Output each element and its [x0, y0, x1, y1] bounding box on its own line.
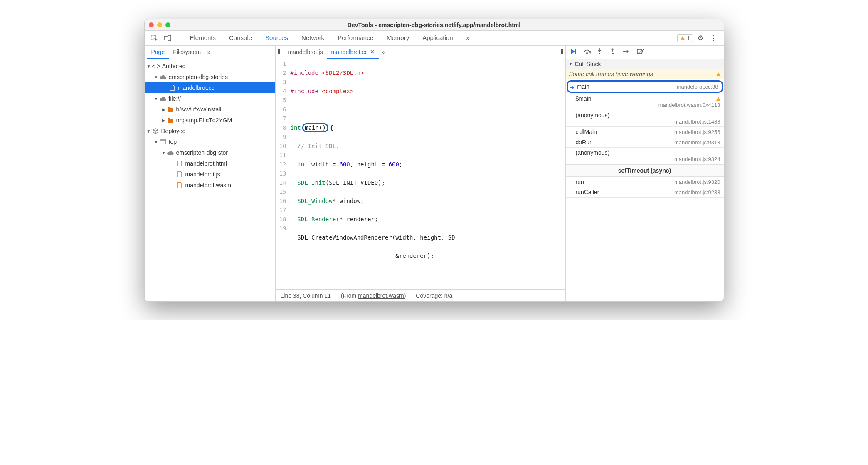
- stack-frame[interactable]: doRun mandelbrot.js:9313: [566, 137, 724, 148]
- tab-memory[interactable]: Memory: [381, 31, 415, 45]
- file-tab-mandelbrot-cc[interactable]: mandelbrot.cc ✕: [327, 46, 379, 59]
- tabs-overflow[interactable]: »: [461, 31, 476, 45]
- callstack-warning: Some call frames have warnings: [566, 69, 724, 79]
- source-from-link[interactable]: mandelbrot.wasm: [358, 292, 404, 299]
- debug-controls: [566, 46, 724, 59]
- navigator-tab-page[interactable]: Page: [147, 46, 169, 59]
- navigator-panel: Page Filesystem » ⋮ ▼ < > Authored ▼ ems…: [145, 46, 276, 301]
- more-menu-icon[interactable]: ⋮: [708, 32, 720, 44]
- device-toolbar-icon[interactable]: [162, 32, 174, 44]
- disclosure-triangle-icon: ▼: [161, 151, 166, 155]
- titlebar: DevTools - emscripten-dbg-stories.netlif…: [145, 19, 724, 31]
- stack-frame[interactable]: run mandelbrot.js:9320: [566, 177, 724, 187]
- tree-file-mandelbrot-cc[interactable]: mandelbrot.cc: [145, 82, 275, 93]
- close-window-button[interactable]: [149, 22, 154, 27]
- tree-file-html[interactable]: mandelbrot.html: [145, 158, 275, 169]
- svg-rect-2: [168, 35, 171, 41]
- settings-icon[interactable]: ⚙: [695, 32, 706, 44]
- source-from: (From mandelbrot.wasm): [341, 292, 406, 299]
- stack-frame[interactable]: (anonymous) mandelbrot.js:9324: [566, 148, 724, 164]
- editor-status-bar: Line 38, Column 11 (From mandelbrot.wasm…: [276, 289, 565, 301]
- code-editor[interactable]: 12345678910111213141516171819 #include <…: [276, 59, 565, 289]
- cube-icon: [152, 128, 159, 134]
- step-icon[interactable]: [623, 49, 631, 56]
- tab-application[interactable]: Application: [417, 31, 459, 45]
- tree-deployed[interactable]: ▼ Deployed: [145, 126, 275, 136]
- stack-frame[interactable]: runCaller mandelbrot.js:9233: [566, 187, 724, 198]
- svg-rect-3: [160, 139, 166, 144]
- tree-origin-file[interactable]: ▼ file://: [145, 93, 275, 104]
- step-out-icon[interactable]: [610, 48, 617, 56]
- resume-icon[interactable]: [570, 48, 577, 56]
- show-navigator-icon[interactable]: [278, 49, 284, 56]
- deactivate-breakpoints-icon[interactable]: [636, 49, 644, 56]
- warning-icon: [680, 36, 685, 40]
- devtools-window: DevTools - emscripten-dbg-stories.netlif…: [144, 19, 724, 302]
- cloud-icon: [167, 149, 174, 156]
- step-over-icon[interactable]: [583, 49, 591, 56]
- cursor-position: Line 38, Column 11: [281, 292, 331, 299]
- file-tab-mandelbrot-js[interactable]: mandelbrot.js: [284, 46, 327, 59]
- navigator-tabs: Page Filesystem » ⋮: [145, 46, 275, 59]
- disclosure-triangle-icon: ▼: [146, 64, 151, 69]
- close-tab-icon[interactable]: ✕: [370, 49, 375, 55]
- navigator-more-icon[interactable]: ⋮: [259, 48, 273, 56]
- navigator-tabs-overflow[interactable]: »: [205, 46, 213, 59]
- tab-console[interactable]: Console: [223, 31, 258, 45]
- disclosure-triangle-icon: ▶: [161, 107, 166, 112]
- tree-folder-tmp[interactable]: ▶ tmp/tmp.ELcTq2YGM: [145, 115, 275, 126]
- tab-network[interactable]: Network: [296, 31, 330, 45]
- file-icon: [176, 160, 183, 167]
- disclosure-triangle-icon: ▼: [154, 75, 159, 79]
- maximize-window-button[interactable]: [165, 22, 170, 27]
- file-icon: [176, 182, 183, 188]
- callstack-header[interactable]: ▼ Call Stack: [566, 59, 724, 69]
- warning-badge[interactable]: 1: [677, 34, 693, 42]
- svg-line-14: [637, 49, 644, 54]
- disclosure-triangle-icon: ▼: [154, 140, 159, 144]
- cloud-icon: [160, 74, 166, 80]
- inspect-element-icon[interactable]: [149, 32, 160, 44]
- debugger-panel: ▼ Call Stack Some call frames have warni…: [566, 46, 724, 301]
- window-title: DevTools - emscripten-dbg-stories.netlif…: [348, 22, 520, 28]
- svg-rect-6: [278, 49, 280, 54]
- disclosure-triangle-icon: ▶: [161, 118, 166, 123]
- tree-origin2[interactable]: ▼ emscripten-dbg-stor: [145, 147, 275, 158]
- stack-frame[interactable]: callMain mandelbrot.js:9256: [566, 127, 724, 137]
- show-debugger-icon[interactable]: [557, 49, 563, 56]
- folder-icon: [167, 117, 174, 124]
- tree-folder-install[interactable]: ▶ b/s/w/ir/x/w/install: [145, 104, 275, 115]
- folder-icon: [167, 106, 174, 113]
- svg-point-12: [612, 53, 614, 54]
- navigator-tab-filesystem[interactable]: Filesystem: [169, 46, 205, 59]
- disclosure-triangle-icon: ▼: [146, 129, 151, 134]
- tree-top[interactable]: ▼ top: [145, 136, 275, 147]
- svg-rect-9: [575, 49, 576, 54]
- file-tabs-overflow[interactable]: »: [379, 46, 387, 59]
- warning-icon: [716, 72, 720, 76]
- async-boundary: setTimeout (async): [566, 164, 724, 177]
- code-content: #include <SDL2/SDL.h> #include <complex>…: [291, 59, 565, 289]
- tree-origin-emscripten[interactable]: ▼ emscripten-dbg-stories: [145, 72, 275, 82]
- current-frame-arrow-icon: ➔: [570, 84, 575, 91]
- file-tabs: mandelbrot.js mandelbrot.cc ✕ »: [276, 46, 565, 59]
- warning-icon: [716, 97, 720, 101]
- stack-frame[interactable]: $main mandelbrot.wasm:0x4118: [566, 94, 724, 110]
- callstack-list: ➔ main mandelbrot.cc:38 $main mandelbrot…: [566, 79, 724, 301]
- file-icon: [169, 84, 175, 91]
- stack-frame[interactable]: ➔ main mandelbrot.cc:38: [567, 80, 723, 93]
- tab-sources[interactable]: Sources: [259, 31, 294, 45]
- step-into-icon[interactable]: [597, 48, 604, 56]
- minimize-window-button[interactable]: [157, 22, 162, 27]
- tab-performance[interactable]: Performance: [332, 31, 379, 45]
- tab-elements[interactable]: Elements: [184, 31, 222, 45]
- stack-frame[interactable]: (anonymous) mandelbrot.js:1488: [566, 110, 724, 127]
- tree-file-js[interactable]: mandelbrot.js: [145, 169, 275, 180]
- tree-authored[interactable]: ▼ < > Authored: [145, 61, 275, 72]
- svg-point-11: [599, 53, 600, 54]
- file-icon: [176, 171, 183, 178]
- cloud-icon: [160, 95, 166, 102]
- panel-tabs: Elements Console Sources Network Perform…: [145, 31, 724, 46]
- tree-file-wasm[interactable]: mandelbrot.wasm: [145, 180, 275, 190]
- editor-panel: mandelbrot.js mandelbrot.cc ✕ » 12345678…: [276, 46, 566, 301]
